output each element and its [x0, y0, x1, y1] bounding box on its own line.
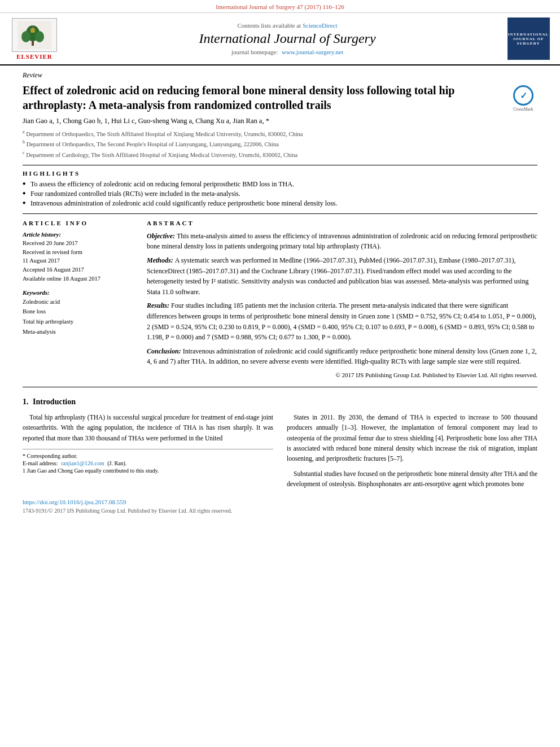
contents-available-line: Contents lists available at ScienceDirec…: [237, 22, 337, 29]
highlight-item-1: To assess the efficiency of zoledronic a…: [23, 180, 537, 189]
accepted-date: Accepted 16 August 2017: [23, 265, 135, 274]
section-type-label: Review: [23, 71, 537, 80]
email-link[interactable]: ranjian1@126.com: [61, 460, 104, 466]
intro-para-2: States in 2011. By 2030, the demand of T…: [287, 412, 537, 464]
sciencedirect-link[interactable]: ScienceDirect: [303, 22, 338, 29]
history-label: Article history:: [23, 231, 135, 238]
svg-point-4: [35, 31, 44, 42]
received-revised-label: Received in revised form: [23, 248, 135, 257]
divider-1: [23, 165, 537, 165]
highlight-text-3: Intravenous administration of zoledronic…: [30, 199, 338, 207]
highlight-text-2: Four randomized controlled trials (RCTs)…: [30, 190, 240, 198]
highlights-title: HIGHLIGHTS: [23, 170, 537, 177]
affil-c-text: Department of Cardiology, The Sixth Affi…: [26, 151, 298, 158]
highlight-item-3: Intravenous administration of zoledronic…: [23, 199, 537, 208]
footnote-equal-contrib: 1 Jian Gao and Chong Gao equally contrib…: [23, 468, 273, 474]
intro-num: 1.: [23, 397, 29, 406]
objective-label: Objective:: [147, 232, 177, 240]
footnotes: * Corresponding author. E-mail address: …: [23, 449, 273, 474]
elsevier-logo: ELSEVIER: [9, 18, 60, 60]
contents-text: Contents lists available at: [237, 22, 301, 29]
doi-line: https://doi.org/10.1016/j.ijsu.2017.08.5…: [23, 499, 537, 505]
intro-body: Total hip arthroplasty (THA) is successf…: [23, 412, 537, 494]
available-date: Available online 18 August 2017: [23, 274, 135, 283]
abstract-col: ABSTRACT Objective: This meta-analysis a…: [147, 220, 537, 380]
affiliations-block: a Department of Orthopaedics, The Sixth …: [23, 129, 537, 159]
highlight-item-2: Four randomized controlled trials (RCTs)…: [23, 190, 537, 198]
homepage-url[interactable]: www.journal-surgery.net: [282, 49, 343, 55]
crossmark-text: CrossMark: [513, 107, 533, 112]
intro-col-right: States in 2011. By 2030, the demand of T…: [287, 412, 537, 494]
article-title: Effect of zoledronic acid on reducing fe…: [23, 83, 504, 112]
journal-logo-label: INTERNATIONALJOURNAL OFSURGERY: [508, 32, 549, 46]
keyword-2: Bone loss: [23, 307, 135, 317]
divider-2: [23, 213, 537, 214]
elsevier-tree-icon: [18, 21, 51, 49]
intro-col-left: Total hip arthroplasty (THA) is successf…: [23, 412, 273, 494]
abstract-objective: Objective: This meta-analysis aimed to a…: [147, 231, 537, 252]
methods-text: A systematic search was performed in Med…: [147, 256, 528, 296]
abstract-conclusion: Conclusion: Intravenous administration o…: [147, 346, 537, 367]
intro-col2-text: States in 2011. By 2030, the demand of T…: [287, 412, 537, 490]
footnote-corresponding: * Corresponding author.: [23, 453, 273, 459]
intro-label: Introduction: [33, 397, 76, 406]
methods-label: Methods:: [147, 256, 175, 264]
affiliation-a: a Department of Orthopaedics, The Sixth …: [23, 129, 537, 138]
journal-reference: International Journal of Surgery 47 (201…: [0, 0, 560, 13]
journal-ref-text: International Journal of Surgery 47 (201…: [216, 3, 344, 10]
conclusion-text: Intravenous administration of zoledronic…: [147, 347, 537, 366]
article-history-block: Article history: Received 20 June 2017 R…: [23, 231, 135, 283]
copyright-line: © 2017 IJS Publishing Group Ltd. Publish…: [147, 370, 537, 380]
svg-point-3: [21, 31, 30, 42]
highlight-text-1: To assess the efficiency of zoledronic a…: [30, 180, 294, 188]
results-label: Results:: [147, 302, 171, 309]
crossmark-badge: ✓ CrossMark: [509, 85, 537, 112]
article-info-col: ARTICLE INFO Article history: Received 2…: [23, 220, 135, 380]
main-content: Review Effect of zoledronic acid on redu…: [0, 65, 560, 525]
elsevier-logo-image: [12, 18, 57, 52]
crossmark-icon: ✓: [513, 85, 533, 106]
abstract-methods: Methods: A systematic search was perform…: [147, 255, 537, 297]
issn-line: 1743-9191/© 2017 IJS Publishing Group Lt…: [23, 508, 537, 514]
received-date: Received 20 June 2017: [23, 239, 135, 248]
introduction-section: 1. Introduction Total hip arthroplasty (…: [23, 397, 537, 494]
results-text: Four studies including 185 patients met …: [147, 302, 536, 341]
journal-header-center: Contents lists available at ScienceDirec…: [69, 18, 506, 60]
keyword-1: Zoledronic acid: [23, 297, 135, 307]
authors-line: Jian Gao a, 1, Chong Gao b, 1, Hui Li c,…: [23, 117, 537, 125]
objective-text: This meta-analysis aimed to assess the e…: [147, 232, 537, 251]
keywords-label: Keywords:: [23, 289, 135, 296]
abstract-results: Results: Four studies including 185 pati…: [147, 300, 537, 342]
homepage-line: journal homepage: www.journal-surgery.ne…: [231, 49, 343, 55]
abstract-title: ABSTRACT: [147, 220, 537, 226]
conclusion-label: Conclusion:: [147, 347, 183, 355]
email-suffix: (J. Ran).: [107, 460, 126, 466]
footnote-email: E-mail address: ranjian1@126.com (J. Ran…: [23, 460, 273, 466]
journal-title: International Journal of Surgery: [199, 31, 375, 46]
journal-logo-box: INTERNATIONALJOURNAL OFSURGERY: [508, 18, 550, 60]
article-info-title: ARTICLE INFO: [23, 220, 135, 226]
keyword-3: Total hip arthroplasty: [23, 317, 135, 327]
highlights-list: To assess the efficiency of zoledronic a…: [23, 180, 537, 208]
intro-title: 1. Introduction: [23, 397, 537, 407]
journal-header: ELSEVIER Contents lists available at Sci…: [0, 13, 560, 65]
keyword-4: Meta-analysis: [23, 327, 135, 337]
svg-rect-6: [30, 28, 35, 33]
affiliation-b: b Department of Orthopaedics, The Second…: [23, 139, 537, 148]
intro-para-3: Substantial studies have focused on the …: [287, 469, 537, 490]
doi-link[interactable]: https://doi.org/10.1016/j.ijsu.2017.08.5…: [23, 499, 126, 505]
article-info-abstract-row: ARTICLE INFO Article history: Received 2…: [23, 220, 537, 380]
affil-a-text: Department of Orthopaedics, The Sixth Af…: [26, 131, 303, 137]
revised-date: 11 August 2017: [23, 256, 135, 265]
journal-logo-right: INTERNATIONALJOURNAL OFSURGERY: [506, 18, 551, 60]
homepage-text: journal homepage:: [231, 49, 278, 55]
abstract-text: Objective: This meta-analysis aimed to a…: [147, 231, 537, 380]
affil-b-text: Department of Orthopaedics, The Second P…: [27, 141, 279, 147]
keywords-block: Keywords: Zoledronic acid Bone loss Tota…: [23, 289, 135, 337]
intro-col1-text: Total hip arthroplasty (THA) is successf…: [23, 412, 273, 443]
affiliation-c: c Department of Cardiology, The Sixth Af…: [23, 150, 537, 159]
divider-3: [23, 387, 537, 387]
email-label: E-mail address:: [23, 460, 58, 466]
intro-para-1: Total hip arthroplasty (THA) is successf…: [23, 412, 273, 443]
authors-text: Jian Gao a, 1, Chong Gao b, 1, Hui Li c,…: [23, 117, 269, 125]
